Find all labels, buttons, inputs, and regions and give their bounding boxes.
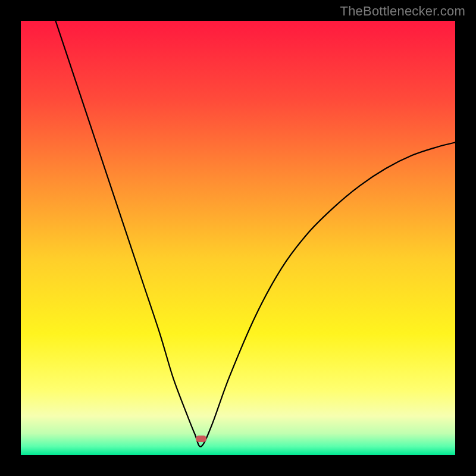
chart-frame: TheBottlenecker.com — [0, 0, 476, 476]
bottleneck-curve-svg — [21, 21, 455, 455]
watermark-text: TheBottlenecker.com — [340, 4, 465, 19]
bottleneck-curve-line — [55, 21, 455, 447]
plot-area — [21, 21, 455, 455]
optimal-point-marker — [196, 436, 206, 442]
